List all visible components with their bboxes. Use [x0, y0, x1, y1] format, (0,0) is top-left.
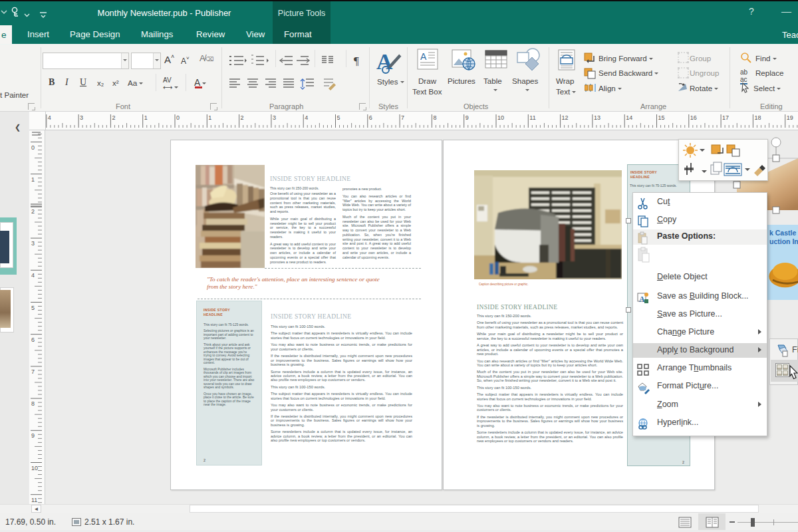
svg-text:2: 2: [112, 114, 115, 121]
svg-text:A: A: [420, 51, 427, 62]
svg-text:6: 6: [369, 114, 372, 121]
svg-text:1: 1: [144, 114, 148, 121]
svg-text:2: 2: [31, 208, 35, 215]
svg-text:4: 4: [48, 114, 51, 121]
svg-text:1: 1: [31, 176, 35, 183]
svg-text:12: 12: [562, 114, 569, 121]
svg-text:3: 3: [31, 240, 35, 247]
svg-text:15: 15: [658, 114, 665, 121]
svg-text:A: A: [639, 295, 645, 304]
svg-text:4: 4: [31, 272, 35, 279]
svg-text:9: 9: [31, 432, 35, 439]
svg-text:¶: ¶: [354, 55, 359, 67]
svg-text:7: 7: [31, 368, 35, 375]
svg-text:9: 9: [466, 114, 469, 121]
svg-text:10: 10: [31, 465, 38, 471]
svg-text:19: 19: [787, 114, 793, 121]
svg-text:8: 8: [433, 114, 436, 121]
svg-text:16: 16: [690, 114, 697, 121]
svg-text:0: 0: [176, 114, 180, 121]
svg-text:11: 11: [31, 497, 37, 503]
svg-text:14: 14: [626, 114, 632, 121]
svg-text:A: A: [376, 49, 393, 74]
svg-text:18: 18: [754, 114, 761, 121]
svg-text:3: 3: [273, 114, 276, 121]
svg-text:6: 6: [31, 336, 35, 343]
svg-text:2: 2: [241, 114, 244, 121]
svg-text:5: 5: [337, 114, 340, 121]
svg-text:1: 1: [208, 114, 211, 121]
svg-text:7: 7: [401, 114, 404, 121]
svg-text:0: 0: [31, 144, 35, 151]
svg-text:13: 13: [594, 114, 600, 121]
svg-text:4: 4: [305, 114, 308, 121]
svg-text:8: 8: [31, 400, 35, 407]
svg-text:3: 3: [80, 114, 83, 121]
svg-text:10: 10: [497, 114, 504, 121]
svg-text:17: 17: [722, 114, 729, 121]
svg-text:11: 11: [529, 114, 535, 121]
svg-text:5: 5: [31, 305, 35, 311]
